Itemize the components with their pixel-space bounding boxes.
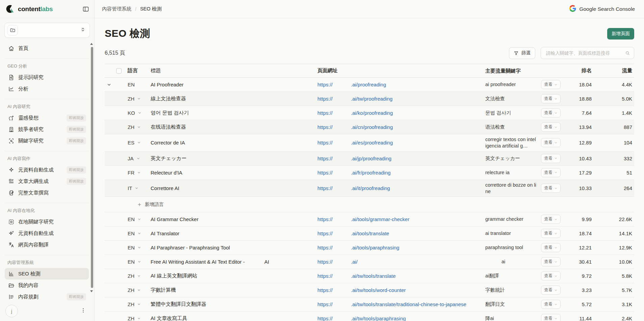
lang-chevron-icon[interactable] (137, 141, 141, 144)
sidebar-item[interactable]: 元資料自動生成 (5, 228, 89, 239)
page-url-link[interactable]: https://.ai/tw/proofreading (317, 96, 392, 102)
view-cell: 查看 (541, 123, 569, 132)
page-url-link[interactable]: https://.ai/ (317, 259, 358, 265)
view-dropdown[interactable]: 查看 (541, 314, 561, 321)
sidebar-section-label: AI 內容研究 (5, 102, 89, 112)
traffic-value: 264 (600, 185, 634, 191)
url-cell: https://.ai/cn/proofreading (315, 124, 485, 130)
keyword-cell: 降ai (485, 313, 541, 321)
chevron-down-icon (554, 218, 558, 221)
page-url-link[interactable]: https://.ai/es/proofreading (317, 140, 393, 145)
page-url-link[interactable]: https://.ai/tools/grammar-checker (317, 216, 409, 222)
page-url-link[interactable]: https://.ai/jp/proofreading (317, 156, 391, 161)
sidebar-collapse-icon[interactable] (82, 5, 89, 13)
lang-chevron-icon[interactable] (137, 246, 141, 249)
lang-chevron-icon[interactable] (137, 317, 141, 320)
add-language-row[interactable]: 新增語言 (105, 197, 634, 212)
sidebar-item[interactable]: 靈感發想即將開放 (5, 112, 89, 124)
view-dropdown[interactable]: 查看 (541, 138, 561, 147)
scrollbar-up-arrow[interactable] (90, 43, 93, 45)
page-url-link[interactable]: https://.ai/cn/proofreading (317, 124, 393, 130)
keyword-cell: correttore di bozze on line (485, 180, 541, 197)
view-dropdown[interactable]: 查看 (541, 229, 561, 238)
filter-button[interactable]: 篩選 (509, 47, 535, 59)
page-url-link[interactable]: https://.ai/fr/proofreading (317, 170, 391, 176)
view-dropdown[interactable]: 查看 (541, 154, 561, 163)
main-area: 內容管理系統 / SEO 檢測 Google Search Console SE… (95, 0, 644, 321)
breadcrumb-parent[interactable]: 內容管理系統 (102, 6, 131, 12)
lang-chevron-icon[interactable] (137, 171, 141, 175)
lang-code: JA (128, 156, 134, 161)
table-row: ENAI Proofreaderhttps://.ai/proofreading… (105, 78, 634, 92)
rank-value: 18.04 (569, 82, 600, 87)
lang-chevron-icon[interactable] (137, 217, 141, 221)
view-dropdown[interactable]: 查看 (541, 243, 561, 252)
view-cell: 查看 (541, 314, 569, 321)
keyword-cell: 문법 검사기 (485, 108, 541, 118)
page-url-link[interactable]: https://.ai/tools/paraphrasing (317, 245, 399, 250)
sidebar-item[interactable]: 元資料自動生成即將開放 (5, 164, 89, 176)
lang-chevron-icon[interactable] (137, 260, 141, 264)
add-page-button[interactable]: 新增頁面 (607, 28, 634, 39)
sidebar-item[interactable]: 首頁 (5, 43, 89, 54)
page-url-link[interactable]: https://.ai/tw/tools/paraphrasing (317, 316, 406, 321)
lang-code: ZH (128, 124, 134, 130)
sidebar-item[interactable]: 關鍵字研究即將開放 (5, 135, 89, 146)
lang-chevron-icon[interactable] (137, 97, 141, 101)
header-url: 頁面網址 (315, 68, 485, 74)
sidebar-section: AI 內容在地化在地關鍵字研究元資料自動生成網頁內容翻譯 (5, 203, 89, 250)
sidebar-item[interactable]: 提示詞研究 (5, 72, 89, 83)
sidebar-item[interactable]: 內容規劃即將開放 (5, 291, 89, 302)
select-all-checkbox[interactable] (116, 68, 122, 74)
workspace-selector[interactable] (4, 23, 90, 38)
page-url-link[interactable]: https://.ai/it/proofreading (317, 185, 390, 191)
sidebar-item[interactable]: 在地關鍵字研究 (5, 216, 89, 228)
analytics-icon (8, 86, 15, 92)
sidebar-item[interactable]: 完整文章撰寫 (5, 187, 89, 198)
view-dropdown[interactable]: 查看 (541, 108, 561, 117)
user-avatar[interactable]: j (5, 305, 18, 317)
sidebar-item[interactable]: SEO 檢測 (5, 268, 89, 279)
sidebar-item[interactable]: 網頁內容翻譯 (5, 239, 89, 250)
view-dropdown[interactable]: 查看 (541, 271, 561, 280)
sidebar-item[interactable]: 競爭者研究即將開放 (5, 124, 89, 135)
traffic-value: 14.1K (600, 231, 634, 236)
write-icon (8, 190, 15, 196)
lang-chevron-icon[interactable] (136, 157, 140, 160)
view-dropdown[interactable]: 查看 (541, 257, 561, 266)
prompt-research-icon (8, 74, 15, 81)
view-cell: 查看 (541, 154, 569, 163)
sidebar-item[interactable]: 分析 (5, 83, 89, 95)
view-dropdown[interactable]: 查看 (541, 215, 561, 224)
view-dropdown[interactable]: 查看 (541, 168, 561, 177)
view-dropdown[interactable]: 查看 (541, 286, 561, 295)
view-dropdown[interactable]: 查看 (541, 300, 561, 309)
more-options-icon[interactable] (80, 307, 86, 315)
scrollbar-down-arrow[interactable] (90, 290, 93, 292)
search-input[interactable] (545, 50, 625, 56)
page-url-link[interactable]: https://.ai/tools/translate (317, 231, 389, 236)
google-search-console-link[interactable]: Google Search Console (569, 5, 635, 13)
page-url-link[interactable]: https://.ai/tw/tools/translate (317, 273, 396, 279)
view-dropdown[interactable]: 查看 (541, 94, 561, 103)
view-dropdown[interactable]: 查看 (541, 184, 561, 193)
sidebar-item[interactable]: 文章大綱生成即將開放 (5, 176, 89, 187)
lang-chevron-icon[interactable] (137, 274, 141, 278)
lang-chevron-icon[interactable] (137, 302, 141, 306)
lang-chevron-icon[interactable] (138, 111, 141, 115)
page-url-link[interactable]: https://.ai/proofreading (317, 82, 386, 87)
lang-chevron-icon[interactable] (135, 186, 138, 190)
chevron-down-icon (554, 126, 558, 129)
page-url-link[interactable]: https://.ai/tw/tools/translate/tradition… (317, 301, 466, 307)
view-dropdown[interactable]: 查看 (541, 80, 561, 89)
page-url-link[interactable]: https://.ai/tw/tools/word-counter (317, 287, 406, 293)
sidebar-scrollbar-thumb[interactable] (91, 47, 93, 288)
row-expander-icon[interactable] (105, 78, 113, 91)
view-dropdown[interactable]: 查看 (541, 123, 561, 132)
page-url-link[interactable]: https://.ai/ko/proofreading (317, 110, 393, 116)
lang-chevron-icon[interactable] (137, 232, 141, 235)
sidebar-item[interactable]: 我的內容 (5, 279, 89, 291)
lang-chevron-icon[interactable] (137, 125, 141, 129)
lang-chevron-icon[interactable] (137, 288, 141, 292)
view-label: 查看 (544, 124, 552, 130)
